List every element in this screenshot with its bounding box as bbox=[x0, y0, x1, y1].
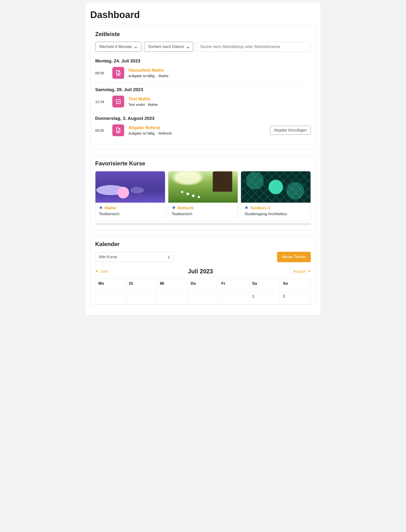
activity-main: Test MatheTest endet · Mathe bbox=[129, 97, 311, 106]
timeline-day-heading: Samstag, 29. Juli 2023 bbox=[95, 87, 311, 92]
activity-title-link[interactable]: Abgabe Referat bbox=[129, 125, 266, 130]
svg-marker-1 bbox=[96, 270, 97, 272]
courses-scrollbar[interactable] bbox=[95, 223, 311, 225]
next-month-label: August bbox=[293, 269, 305, 274]
course-body: Testkurs 1Studiengang Architektur bbox=[241, 203, 311, 220]
course-body: RethorikTestbereich bbox=[168, 203, 238, 220]
calendar-day-cell bbox=[218, 292, 249, 305]
assignment-icon bbox=[112, 67, 124, 79]
timeline-activity: 00:00Hausarbeit MatheAufgabe ist fällig.… bbox=[95, 67, 311, 79]
timeline-activity: 00:00Abgabe ReferatAufgabe ist fällig. ·… bbox=[95, 124, 311, 136]
new-event-button[interactable]: Neuer Termin bbox=[277, 252, 311, 262]
activity-time: 00:00 bbox=[95, 71, 108, 75]
course-image bbox=[95, 171, 165, 203]
calendar-day-cell bbox=[188, 292, 218, 305]
calendar-day-cell bbox=[126, 292, 157, 305]
calendar-day-cell[interactable]: 2 bbox=[280, 292, 311, 305]
next-month-link[interactable]: August bbox=[293, 269, 311, 274]
activity-subtext: Aufgabe ist fällig. · Rethorik bbox=[129, 131, 266, 135]
activity-time: 12:18 bbox=[95, 100, 108, 104]
filter-sort-label: Sortiert nach Datum bbox=[148, 44, 184, 49]
activity-title-link[interactable]: Test Mathe bbox=[129, 97, 311, 102]
calendar-weekday-header: Di bbox=[126, 279, 157, 292]
calendar-weekday-header: Do bbox=[188, 279, 218, 292]
chevron-down-icon bbox=[186, 45, 189, 48]
star-icon bbox=[244, 206, 249, 211]
timeline-filters: Nächste 6 Monate Sortiert nach Datum bbox=[95, 42, 311, 52]
courses-title: Favorisierte Kurse bbox=[95, 160, 311, 167]
course-card[interactable]: MatheTestbereich bbox=[95, 171, 165, 220]
calendar-weekday-header: Fr bbox=[218, 279, 249, 292]
course-name-link[interactable]: Rethorik bbox=[177, 206, 194, 211]
course-area: Studiengang Architektur bbox=[244, 212, 307, 216]
assignment-icon bbox=[112, 124, 124, 136]
up-down-icon bbox=[168, 255, 170, 259]
activity-main: Abgabe ReferatAufgabe ist fällig. · Reth… bbox=[129, 125, 266, 135]
star-icon bbox=[99, 206, 103, 211]
chevron-down-icon bbox=[134, 45, 137, 48]
calendar-month-title: Juli 2023 bbox=[108, 268, 293, 275]
timeline-title: Zeitleiste bbox=[95, 31, 311, 37]
triangle-right-icon bbox=[308, 269, 311, 274]
calendar-table: MoDiMiDoFrSaSo 12 bbox=[95, 279, 311, 305]
course-body: MatheTestbereich bbox=[95, 203, 165, 220]
course-card[interactable]: RethorikTestbereich bbox=[168, 171, 238, 220]
timeline-day: Samstag, 29. Juli 202312:18Test MatheTes… bbox=[95, 87, 311, 112]
calendar-card: Kalender Alle Kurse Neuer Termin Juni bbox=[90, 236, 316, 305]
timeline-activity: 12:18Test MatheTest endet · Mathe bbox=[95, 96, 311, 107]
prev-month-label: Juni bbox=[101, 269, 108, 274]
calendar-course-filter[interactable]: Alle Kurse bbox=[95, 252, 174, 262]
calendar-weekday-header: Mo bbox=[95, 279, 126, 292]
activity-main: Hausarbeit MatheAufgabe ist fällig. · Ma… bbox=[129, 68, 311, 78]
timeline-day: Montag, 24. Juli 202300:00Hausarbeit Mat… bbox=[95, 58, 311, 83]
calendar-day-cell bbox=[157, 292, 188, 305]
filter-range-label: Nächste 6 Monate bbox=[99, 44, 132, 49]
timeline-day-heading: Montag, 24. Juli 2023 bbox=[95, 58, 311, 64]
page-title: Dashboard bbox=[90, 9, 316, 20]
activity-subtext: Aufgabe ist fällig. · Mathe bbox=[129, 74, 311, 78]
calendar-weekday-header: So bbox=[280, 279, 311, 292]
course-image bbox=[168, 171, 238, 203]
filter-sort-dropdown[interactable]: Sortiert nach Datum bbox=[144, 42, 193, 52]
calendar-title: Kalender bbox=[95, 241, 311, 248]
course-image bbox=[241, 171, 311, 203]
favourite-courses-card: Favorisierte Kurse MatheTestbereichRetho… bbox=[90, 155, 316, 230]
course-area: Testbereich bbox=[99, 212, 162, 216]
course-area: Testbereich bbox=[172, 212, 235, 216]
prev-month-link[interactable]: Juni bbox=[95, 269, 108, 274]
calendar-course-filter-label: Alle Kurse bbox=[99, 255, 117, 259]
svg-marker-2 bbox=[309, 270, 310, 272]
add-submission-button[interactable]: Abgabe hinzufügen bbox=[270, 126, 311, 135]
svg-rect-0 bbox=[116, 99, 120, 103]
timeline-day: Donnerstag, 3. August 202300:00Abgabe Re… bbox=[95, 116, 311, 141]
timeline-card: Zeitleiste Nächste 6 Monate Sortiert nac… bbox=[90, 26, 316, 149]
calendar-day-cell bbox=[95, 292, 126, 305]
timeline-day-heading: Donnerstag, 3. August 2023 bbox=[95, 116, 311, 121]
calendar-weekday-header: Mi bbox=[157, 279, 188, 292]
triangle-left-icon bbox=[95, 269, 98, 274]
course-name-link[interactable]: Mathe bbox=[104, 206, 116, 211]
activity-title-link[interactable]: Hausarbeit Mathe bbox=[129, 68, 311, 73]
course-name-link[interactable]: Testkurs 1 bbox=[250, 206, 270, 211]
course-card[interactable]: Testkurs 1Studiengang Architektur bbox=[241, 171, 311, 220]
activity-time: 00:00 bbox=[95, 128, 108, 132]
timeline-search-input[interactable] bbox=[196, 42, 311, 52]
quiz-icon bbox=[112, 96, 124, 107]
calendar-weekday-header: Sa bbox=[249, 279, 280, 292]
star-icon bbox=[172, 206, 176, 211]
activity-subtext: Test endet · Mathe bbox=[129, 102, 311, 106]
filter-range-dropdown[interactable]: Nächste 6 Monate bbox=[95, 42, 141, 52]
calendar-day-cell[interactable]: 1 bbox=[249, 292, 280, 305]
